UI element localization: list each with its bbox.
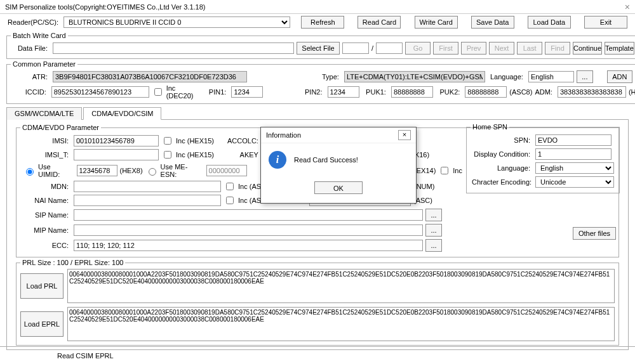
- info-icon: i: [269, 151, 286, 169]
- dialog-overlay: Information × i Read Card Success! OK: [0, 0, 635, 364]
- dialog-close-button[interactable]: ×: [398, 130, 411, 140]
- dialog-message: Read Card Success!: [294, 156, 358, 164]
- dialog-ok-button[interactable]: OK: [314, 181, 363, 194]
- dialog-title: Information: [266, 131, 301, 139]
- info-dialog: Information × i Read Card Success! OK: [260, 127, 417, 204]
